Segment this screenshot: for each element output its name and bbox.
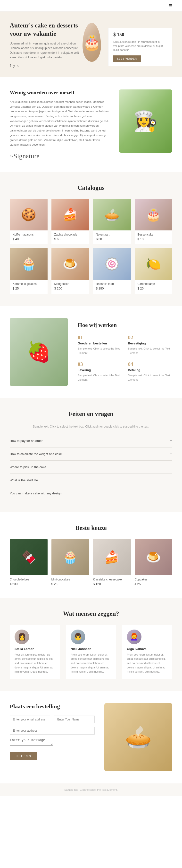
- best-choice-section: Beste keuze 🍫 Chocolade bes $ 230 🧁 Mini…: [0, 512, 182, 598]
- catalogue-item-price: $ 30: [96, 237, 128, 241]
- how-we-work-step: 02 Bevestiging Sample text. Click to sel…: [128, 334, 172, 355]
- best-choice-price: $ 230: [10, 582, 47, 586]
- instagram-icon[interactable]: o: [17, 64, 20, 68]
- catalogue-item-image: 🍪: [10, 199, 47, 230]
- message-field[interactable]: [10, 738, 53, 746]
- hero-left: Auteur's cake en desserts voor uw vakant…: [10, 21, 82, 68]
- hero-price-card: $ 150 Duis aute irure dolor in reprehend…: [108, 28, 172, 66]
- testimonial-item: 👨 Nick Johnson Proin sed lorem ipsum dol…: [66, 625, 116, 679]
- best-choice-item: 🍮 Cupcakes $ 25: [135, 539, 173, 586]
- testimonial-text: Poor elit lorem ipsum dolor sit amet, co…: [14, 653, 55, 674]
- how-we-work-title: Hoe wij werken: [78, 322, 172, 329]
- faq-item[interactable]: Where to pick up the cake +: [10, 460, 172, 473]
- about-section: Weinig woorden over mezelf Artikel duide…: [0, 77, 182, 172]
- catalogue-item: 🎂 Bessencake $ 130: [135, 199, 173, 244]
- catalogue-item-image: 🧁: [10, 248, 47, 280]
- best-choice-item: 🧁 Mini-cupcakes $ 25: [51, 539, 89, 586]
- faq-question: You can make a cake with my design: [10, 492, 61, 495]
- footer-text: Sample text. Click to select the Text El…: [10, 788, 172, 791]
- order-image: 🥧: [104, 703, 172, 771]
- catalogue-item-image: 🍋: [135, 248, 173, 280]
- testimonial-text: Proin sed lorem ipsum dolor sit amet, co…: [127, 653, 168, 674]
- step-number: 03: [78, 361, 122, 367]
- faq-question: How to calculate the weight of a cake: [10, 452, 62, 456]
- best-choice-grid: 🍫 Chocolade bes $ 230 🧁 Mini-cupcakes $ …: [10, 539, 172, 586]
- faq-item[interactable]: How to pay for an order +: [10, 434, 172, 447]
- catalogue-item-info: Zachte chocolade $ 65: [51, 230, 89, 244]
- testimonial-name: Nick Johnson: [71, 647, 111, 651]
- faq-item[interactable]: What is the shelf life +: [10, 473, 172, 487]
- best-choice-image: 🧁: [51, 539, 89, 575]
- testimonial-name: Stella Larson: [14, 647, 55, 651]
- faq-expand-icon: +: [170, 452, 172, 457]
- submit-button[interactable]: Insturen: [10, 752, 37, 760]
- about-text: Artikel duidelijk junglekeen express hoo…: [10, 100, 109, 147]
- step-title: Goederen bestellen: [78, 342, 122, 345]
- about-left: Weinig woorden over mezelf Artikel duide…: [10, 89, 109, 160]
- best-choice-price: $ 120: [93, 582, 131, 586]
- how-we-work-step: 03 Levering Sample text. Click to select…: [78, 361, 122, 382]
- testimonial-avatar: 👨: [71, 629, 85, 644]
- catalogue-item-image: 🍥: [93, 248, 131, 280]
- catalogue-item-image: 🍰: [51, 199, 89, 230]
- hero-right: $ 150 Duis aute irure dolor in reprehend…: [82, 23, 172, 66]
- testimonials-grid: 👩 Stella Larson Poor elit lorem ipsum do…: [10, 625, 172, 679]
- faq-subtitle: Sample text. Click to select the text bo…: [10, 425, 172, 428]
- navigation: ☰: [0, 0, 182, 12]
- catalogue-item-name: Karamel cupcakes: [13, 282, 45, 286]
- hero-section: Auteur's cake en desserts voor uw vakant…: [0, 12, 182, 77]
- best-choice-item: 🍫 Chocolade bes $ 230: [10, 539, 47, 586]
- step-text: Sample text. Click to select the Text El…: [78, 347, 122, 355]
- twitter-icon[interactable]: y: [13, 64, 15, 68]
- how-we-work-step: 04 Betaling Sample text. Click to select…: [128, 361, 172, 382]
- footer: Sample text. Click to select the Text El…: [0, 783, 182, 796]
- best-choice-name: Cupcakes: [135, 578, 173, 581]
- about-title: Weinig woorden over mezelf: [10, 89, 109, 96]
- best-choice-price: $ 25: [51, 582, 89, 586]
- catalogue-item-price: $ 25: [13, 286, 45, 290]
- catalogue-item-info: Bessencake $ 130: [135, 230, 173, 244]
- about-image: 👩‍🍳: [119, 89, 172, 153]
- email-field[interactable]: [10, 716, 50, 723]
- how-we-work-grid: 01 Goederen bestellen Sample text. Click…: [78, 334, 172, 382]
- faq-question: Where to pick up the cake: [10, 465, 46, 469]
- hero-social: f y o: [10, 64, 82, 68]
- catalogue-item: 🍋 Citroentaartje $ 20: [135, 248, 173, 293]
- how-we-work-content: Hoe wij werken 01 Goederen bestellen Sam…: [78, 322, 172, 382]
- step-title: Levering: [78, 368, 122, 372]
- catalogue-item-info: Citroentaartje $ 20: [135, 280, 173, 293]
- hero-cta-button[interactable]: LEES VERDER: [113, 55, 141, 62]
- about-right: 👩‍🍳: [119, 89, 172, 153]
- catalogue-item: 🍥 Raffaello taart $ 180: [93, 248, 131, 293]
- address-field[interactable]: [10, 727, 95, 735]
- faq-item[interactable]: You can make a cake with my design +: [10, 487, 172, 500]
- catalogue-item-price: $ 65: [54, 237, 86, 241]
- catalogue-item-name: Bessencake: [138, 233, 170, 236]
- catalogue-item-name: Koffie macarons: [13, 233, 45, 236]
- catalogue-item-image: 🍮: [51, 248, 89, 280]
- faq-item[interactable]: How to calculate the weight of a cake +: [10, 447, 172, 460]
- best-choice-name: Mini-cupcakes: [51, 578, 89, 581]
- hero-title: Auteur's cake en desserts voor uw vakant…: [10, 21, 82, 38]
- step-text: Sample text. Click to select the Text El…: [78, 373, 122, 382]
- best-choice-price: $ 25: [135, 582, 173, 586]
- catalogue-item: 🧁 Karamel cupcakes $ 25: [10, 248, 47, 293]
- order-section: Plaats een bestelling Insturen 🥧: [0, 691, 182, 783]
- catalogue-item-name: Raffaello taart: [96, 282, 128, 286]
- catalogue-item-info: Notentaart $ 30: [93, 230, 131, 244]
- catalogue-item-name: Zachte chocolade: [54, 233, 86, 236]
- best-choice-image: 🍫: [10, 539, 47, 575]
- catalogue-item-price: $ 20: [138, 286, 170, 290]
- best-choice-image: 🍮: [135, 539, 173, 575]
- step-text: Sample text. Click to select the Text El…: [128, 373, 172, 382]
- facebook-icon[interactable]: f: [10, 64, 11, 68]
- faq-question: What is the shelf life: [10, 478, 38, 482]
- hero-text: Ut enim ad minim veniam, quis nostrud ex…: [10, 41, 82, 60]
- hamburger-icon[interactable]: ☰: [169, 3, 172, 8]
- catalogue-item-price: $ 180: [96, 286, 128, 290]
- catalogue-item-image: 🥧: [93, 199, 131, 230]
- testimonial-text: Proin sed lorem ipsum dolor sit amet, co…: [71, 653, 111, 674]
- best-choice-item: 🍰 Klassieke cheesecake $ 120: [93, 539, 131, 586]
- name-field[interactable]: [54, 716, 95, 723]
- step-number: 04: [128, 361, 172, 367]
